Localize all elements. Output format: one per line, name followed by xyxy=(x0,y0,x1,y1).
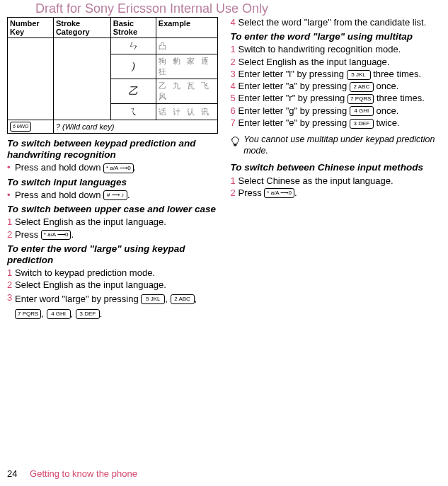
heading-large-keypad: To enter the word "large" using keypad p… xyxy=(7,243,218,266)
step-number: 2 xyxy=(231,57,239,68)
key-7-icon: 7 PQRS xyxy=(15,309,41,319)
page-number: 24 xyxy=(7,468,17,479)
step-number: 3 xyxy=(231,69,239,80)
key-4-icon: 4 GHI xyxy=(350,106,374,116)
text-fragment: Enter word "large" by pressing xyxy=(15,294,141,304)
cell-stroke: ㄟ xyxy=(110,104,156,120)
text-fragment: Press and hold down xyxy=(15,190,103,200)
step-line: 7 Enter letter "e" by pressing 3 DEF twi… xyxy=(231,117,442,129)
step-number: 3 xyxy=(7,292,15,303)
th-stroke-category: Stroke Category xyxy=(53,18,110,38)
key-hash-icon: # ⟶ ♪ xyxy=(103,190,127,200)
step-line: • Press and hold down # ⟶ ♪. xyxy=(7,190,218,201)
key-4-icon: 4 GHI xyxy=(47,309,71,319)
step-line: 2 Press * a/A ⟶0. xyxy=(7,229,218,241)
text-fragment: . xyxy=(127,190,130,200)
bullet-icon: • xyxy=(7,190,15,201)
table-row: ㄣ 凸 xyxy=(8,38,218,54)
bullet-icon: • xyxy=(7,162,15,173)
step-line: 2 Select English as the input language. xyxy=(231,57,442,68)
step-line: • Press and hold down * a/A ⟶0. xyxy=(7,162,218,173)
text-fragment: , xyxy=(71,308,76,319)
footer-section-title: Getting to know the phone xyxy=(30,468,137,479)
step-text: Enter letter "g" by pressing 4 GHI once. xyxy=(239,105,442,117)
step-text: Press * a/A ⟶0. xyxy=(15,229,218,241)
step-line: 2 Press * a/A ⟶0. xyxy=(231,187,442,199)
step-number: 4 xyxy=(231,81,239,92)
th-number-key: Number Key xyxy=(8,18,54,38)
cell-example: 话 计 认 讯 xyxy=(156,104,217,120)
cell-example: 凸 xyxy=(156,38,217,54)
text-fragment: , xyxy=(165,294,170,304)
step-number: 2 xyxy=(7,279,15,291)
cell-example: 狗 豹 家 逐 狂 xyxy=(156,54,217,79)
watermark-text: Draft for Sony Ericsson Internal Use Onl… xyxy=(35,1,268,16)
lightbulb-icon xyxy=(231,136,240,147)
heading-chinese-input: To switch between Chinese input methods xyxy=(231,162,442,173)
th-example: Example xyxy=(156,18,217,38)
step-text: Switch to handwriting recognition mode. xyxy=(239,44,442,55)
step-text: Enter letter "l" by pressing 5 JKL three… xyxy=(239,69,442,80)
text-fragment: Enter letter "e" by pressing xyxy=(239,117,350,128)
cell-empty xyxy=(8,38,54,120)
key-6-icon: 6 MNO xyxy=(10,122,31,132)
text-fragment: . xyxy=(71,229,74,240)
step-text: Select English as the input language. xyxy=(15,279,218,291)
key-3-icon: 3 DEF xyxy=(76,309,100,319)
step-text: Press and hold down * a/A ⟶0. xyxy=(15,162,218,173)
page-footer: 24 Getting to know the phone xyxy=(7,468,137,479)
heading-keypad-handwriting: To switch between keypad prediction and … xyxy=(7,138,218,161)
step-number: 6 xyxy=(231,105,239,117)
text-fragment: Press xyxy=(239,187,265,198)
step-line: 4 Select the word "large" from the candi… xyxy=(231,17,442,28)
step-line: 6 Enter letter "g" by pressing 4 GHI onc… xyxy=(231,105,442,117)
heading-large-multitap: To enter the word "large" using multitap xyxy=(231,31,442,42)
step-text: Enter word "large" by pressing 5 JKL, 2 … xyxy=(15,292,218,322)
text-fragment: . xyxy=(100,308,103,319)
text-fragment: Enter letter "g" by pressing xyxy=(239,105,350,116)
th-basic-stroke: Basic Stroke xyxy=(110,18,156,38)
tip-text: You cannot use multitap under keypad pre… xyxy=(243,134,441,156)
step-text: Enter letter "r" by pressing 7 PQRS thre… xyxy=(239,93,442,104)
step-number: 5 xyxy=(231,93,239,104)
text-fragment: Enter letter "l" by pressing xyxy=(239,69,347,79)
step-line: 1 Select Chinese as the input language. xyxy=(231,175,442,187)
step-text: Press and hold down # ⟶ ♪. xyxy=(15,190,218,201)
left-column: Number Key Stroke Category Basic Stroke … xyxy=(7,17,218,322)
step-number: 1 xyxy=(7,267,15,279)
key-star-icon: * a/A ⟶0 xyxy=(264,188,294,198)
stroke-table: Number Key Stroke Category Basic Stroke … xyxy=(7,17,218,134)
cell-stroke: ) xyxy=(110,54,156,79)
cell-example: 乙 九 瓦 飞 风 xyxy=(156,79,217,104)
text-fragment: once. xyxy=(374,105,398,116)
step-line: 3 Enter word "large" by pressing 5 JKL, … xyxy=(7,292,218,322)
step-number: 1 xyxy=(231,175,239,187)
text-fragment: once. xyxy=(374,81,398,91)
text-fragment: Press and hold down xyxy=(15,162,103,173)
step-text: Select the word "large" from the candida… xyxy=(239,17,442,28)
key-star-icon: * a/A ⟶0 xyxy=(41,230,71,240)
key-7-icon: 7 PQRS xyxy=(348,94,374,104)
key-2-icon: 2 ABC xyxy=(171,294,195,304)
step-line: 1 Select English as the input language. xyxy=(7,216,218,228)
text-fragment: twice. xyxy=(374,117,400,128)
key-2-icon: 2 ABC xyxy=(350,82,374,92)
text-fragment: , xyxy=(195,294,197,304)
text-fragment: three times. xyxy=(371,69,422,79)
key-star-icon: * a/A ⟶0 xyxy=(103,163,134,173)
step-text: Select English as the input language. xyxy=(239,57,442,68)
key-5-icon: 5 JKL xyxy=(347,70,371,80)
step-line: 3 Enter letter "l" by pressing 5 JKL thr… xyxy=(231,69,442,80)
cell-wildcard-text: ? (Wild card key) xyxy=(53,120,217,134)
table-header-row: Number Key Stroke Category Basic Stroke … xyxy=(8,18,218,38)
step-number: 2 xyxy=(231,187,239,199)
key-5-icon: 5 JKL xyxy=(141,294,165,304)
step-line: 5 Enter letter "r" by pressing 7 PQRS th… xyxy=(231,93,442,104)
text-fragment: Press xyxy=(15,229,41,240)
heading-upper-lower-case: To switch between upper case and lower c… xyxy=(7,204,218,215)
main-content: Number Key Stroke Category Basic Stroke … xyxy=(0,0,448,322)
step-text: Switch to keypad prediction mode. xyxy=(15,267,218,279)
text-fragment: . xyxy=(294,187,297,198)
step-number: 7 xyxy=(231,117,239,129)
step-line: 2 Select English as the input language. xyxy=(7,279,218,291)
